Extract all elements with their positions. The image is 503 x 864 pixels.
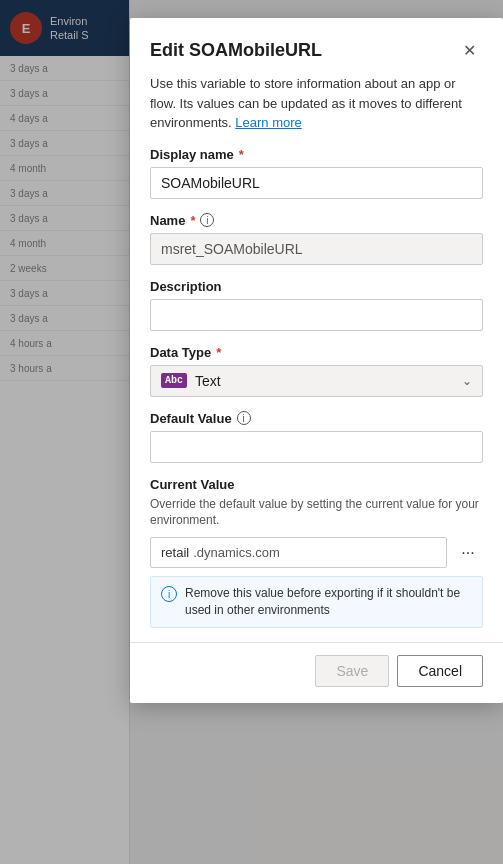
current-value-input[interactable]: retail .dynamics.com [150, 537, 447, 568]
name-input [150, 233, 483, 265]
modal-footer: Save Cancel [130, 642, 503, 703]
default-value-info-icon[interactable]: i [237, 411, 251, 425]
name-info-icon[interactable]: i [200, 213, 214, 227]
warning-notice: i Remove this value before exporting if … [150, 576, 483, 628]
default-value-label: Default Value i [150, 411, 483, 426]
modal-header: Edit SOAMobileURL ✕ [130, 18, 503, 74]
modal-description: Use this variable to store information a… [130, 74, 503, 147]
close-icon: ✕ [463, 41, 476, 60]
name-label: Name * i [150, 213, 483, 228]
data-type-icon: Abc [161, 373, 187, 388]
current-value-label: Current Value [150, 477, 483, 492]
learn-more-link[interactable]: Learn more [235, 115, 301, 130]
data-type-value: Text [195, 373, 221, 389]
display-name-label: Display name * [150, 147, 483, 162]
modal-body: Display name * Name * i Description Data [130, 147, 503, 642]
display-name-group: Display name * [150, 147, 483, 199]
dropdown-left: Abc Text [161, 373, 221, 389]
display-name-input[interactable] [150, 167, 483, 199]
more-options-button[interactable]: ··· [453, 538, 483, 568]
info-icon: i [161, 586, 177, 602]
edit-variable-modal: Edit SOAMobileURL ✕ Use this variable to… [130, 18, 503, 703]
data-type-label: Data Type * [150, 345, 483, 360]
cancel-button[interactable]: Cancel [397, 655, 483, 687]
chevron-down-icon: ⌄ [462, 374, 472, 388]
modal-title: Edit SOAMobileURL [150, 40, 322, 61]
required-star: * [216, 345, 221, 360]
required-star: * [239, 147, 244, 162]
required-star: * [190, 213, 195, 228]
description-label: Description [150, 279, 483, 294]
default-value-input[interactable] [150, 431, 483, 463]
description-input[interactable] [150, 299, 483, 331]
current-value-left: retail [161, 545, 189, 560]
default-value-group: Default Value i [150, 411, 483, 463]
current-value-group: Current Value Override the default value… [150, 477, 483, 628]
name-group: Name * i [150, 213, 483, 265]
save-button[interactable]: Save [315, 655, 389, 687]
ellipsis-icon: ··· [461, 544, 474, 562]
current-value-row: retail .dynamics.com ··· [150, 537, 483, 568]
description-group: Description [150, 279, 483, 331]
current-value-right: .dynamics.com [193, 545, 280, 560]
warning-text: Remove this value before exporting if it… [185, 585, 472, 619]
data-type-group: Data Type * Abc Text ⌄ [150, 345, 483, 397]
data-type-dropdown[interactable]: Abc Text ⌄ [150, 365, 483, 397]
current-value-description: Override the default value by setting th… [150, 496, 483, 530]
close-button[interactable]: ✕ [455, 36, 483, 64]
